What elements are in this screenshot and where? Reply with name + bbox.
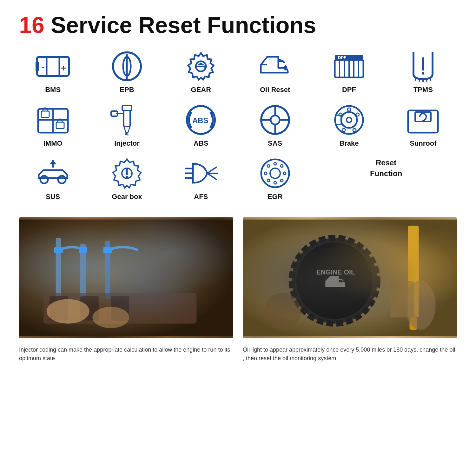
function-item-sunroof: Sunroof — [389, 104, 457, 148]
svg-rect-82 — [19, 220, 233, 336]
oil-caption: Oil light to appear approximately once e… — [243, 346, 457, 363]
sas-label: SAS — [268, 139, 282, 148]
page-title: 16 Service Reset Functions — [19, 13, 457, 38]
function-item-oil-reset: Oil Reset — [241, 50, 309, 95]
svg-rect-29 — [41, 111, 49, 117]
oil-reset-label: Oil Reset — [260, 85, 290, 95]
svg-point-94 — [92, 307, 129, 328]
function-item-abs: ABS ABS — [167, 104, 235, 148]
svg-point-78 — [267, 179, 270, 182]
injector-photo — [19, 217, 233, 338]
svg-rect-92 — [111, 296, 129, 321]
function-item-sus: SUS — [19, 157, 87, 202]
svg-line-68 — [207, 167, 217, 173]
svg-point-93 — [47, 299, 89, 323]
afs-label: AFS — [194, 192, 208, 202]
title-number: 16 — [19, 12, 44, 38]
immo-label: IMMO — [43, 139, 63, 148]
function-item-immo: IMMO — [19, 104, 87, 148]
oil-photo: ENGINE OIL — [243, 217, 457, 338]
function-item-tpms: TPMS — [389, 50, 457, 95]
function-item-reset-function: ResetFunction — [370, 157, 402, 202]
afs-icon — [183, 157, 218, 189]
epb-icon — [109, 50, 144, 82]
svg-point-73 — [274, 162, 276, 165]
svg-point-38 — [126, 133, 128, 134]
svg-point-104 — [264, 293, 301, 330]
gearbox-icon — [109, 157, 144, 189]
sus-label: SUS — [46, 192, 60, 202]
svg-point-58 — [40, 176, 48, 183]
dpf-label: DPF — [342, 85, 356, 95]
svg-point-48 — [341, 112, 357, 128]
gear-icon — [183, 50, 218, 82]
svg-rect-1 — [36, 62, 39, 71]
function-item-bms: - + BMS — [19, 50, 87, 95]
function-item-brake: Brake — [315, 104, 383, 148]
svg-rect-32 — [124, 110, 130, 126]
photos-row: ENGINE OIL — [19, 217, 457, 338]
function-item-egr: EGR — [241, 157, 309, 202]
svg-text:ENGINE OIL: ENGINE OIL — [316, 268, 355, 276]
function-item-sas: SAS — [241, 104, 309, 148]
svg-text:-: - — [41, 62, 44, 72]
svg-marker-61 — [50, 160, 56, 164]
abs-icon: ABS — [183, 104, 218, 136]
svg-point-96 — [292, 238, 377, 324]
svg-point-71 — [261, 159, 289, 187]
svg-point-51 — [356, 113, 359, 116]
svg-rect-95 — [243, 220, 457, 336]
svg-point-50 — [347, 108, 351, 111]
svg-point-80 — [267, 165, 270, 167]
svg-rect-88 — [103, 247, 112, 253]
bms-label: BMS — [45, 85, 61, 95]
brake-label: Brake — [339, 139, 359, 148]
svg-text:ABS: ABS — [192, 116, 208, 125]
immo-icon — [36, 104, 70, 136]
svg-point-47 — [335, 106, 363, 134]
svg-text:+: + — [61, 63, 66, 73]
svg-point-49 — [347, 117, 352, 122]
injector-caption: Injector coding can make the appropriate… — [19, 346, 233, 363]
sunroof-icon — [406, 104, 440, 136]
tpms-icon — [406, 50, 440, 82]
svg-point-72 — [270, 168, 280, 178]
svg-marker-33 — [124, 126, 130, 133]
title-text: Service Reset Functions — [44, 12, 316, 38]
svg-rect-83 — [56, 238, 61, 299]
svg-point-37 — [127, 134, 129, 136]
svg-rect-87 — [79, 247, 87, 253]
injector-icon — [109, 104, 144, 136]
svg-point-79 — [264, 172, 267, 175]
function-item-gearbox: Gear box — [93, 157, 161, 202]
sus-icon — [36, 157, 70, 189]
svg-point-98 — [292, 238, 377, 324]
svg-point-42 — [271, 116, 280, 124]
svg-rect-31 — [122, 106, 132, 110]
brake-icon — [332, 104, 367, 136]
svg-point-97 — [296, 242, 373, 319]
dpf-icon: DPF — [332, 50, 367, 82]
svg-point-103 — [405, 281, 435, 330]
svg-rect-91 — [80, 296, 99, 321]
sas-icon — [258, 104, 293, 136]
svg-point-53 — [342, 129, 345, 132]
gearbox-label: Gear box — [112, 192, 142, 202]
svg-point-76 — [281, 179, 283, 182]
svg-point-74 — [281, 165, 283, 167]
svg-rect-90 — [50, 296, 68, 321]
svg-text:DPF: DPF — [338, 55, 346, 60]
oil-reset-icon — [258, 50, 293, 82]
svg-rect-89 — [43, 293, 196, 323]
svg-rect-81 — [19, 220, 233, 336]
injector-label: Injector — [114, 139, 139, 148]
egr-label: EGR — [268, 192, 283, 202]
egr-icon — [258, 157, 293, 189]
sunroof-label: Sunroof — [410, 139, 436, 148]
captions-row: Injector coding can make the appropriate… — [19, 346, 457, 363]
svg-rect-101 — [408, 226, 419, 317]
svg-point-59 — [58, 176, 66, 183]
reset-function-label: ResetFunction — [370, 157, 402, 179]
svg-point-75 — [283, 172, 286, 175]
functions-grid: - + BMS EPB — [19, 50, 457, 202]
